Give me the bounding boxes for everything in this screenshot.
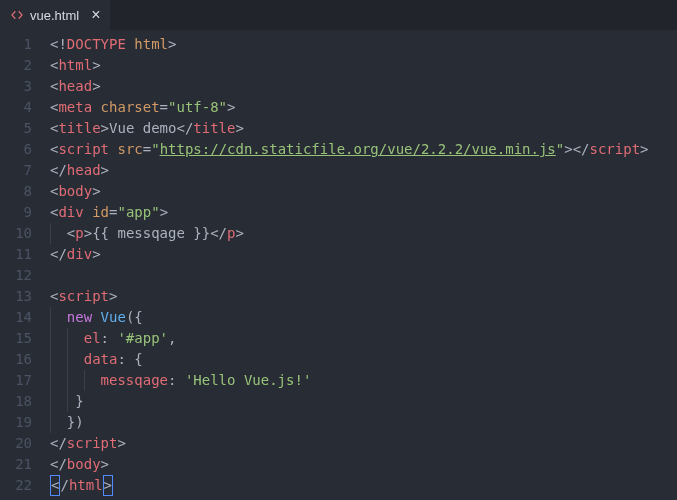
line-number: 11 bbox=[0, 244, 32, 265]
line-number: 19 bbox=[0, 412, 32, 433]
line-number: 3 bbox=[0, 76, 32, 97]
code-line[interactable]: data: { bbox=[50, 349, 677, 370]
close-icon[interactable]: × bbox=[91, 7, 100, 23]
code-line[interactable]: <p>{{ messqage }}</p> bbox=[50, 223, 677, 244]
code-line[interactable]: </head> bbox=[50, 160, 677, 181]
code-line[interactable]: </html> bbox=[50, 475, 677, 496]
code-line[interactable]: <script src="https://cdn.staticfile.org/… bbox=[50, 139, 677, 160]
line-number: 18 bbox=[0, 391, 32, 412]
line-number: 21 bbox=[0, 454, 32, 475]
line-number: 17 bbox=[0, 370, 32, 391]
code-line[interactable]: new Vue({ bbox=[50, 307, 677, 328]
code-line[interactable]: </div> bbox=[50, 244, 677, 265]
line-number: 6 bbox=[0, 139, 32, 160]
line-number: 12 bbox=[0, 265, 32, 286]
code-line[interactable]: </body> bbox=[50, 454, 677, 475]
line-number: 1 bbox=[0, 34, 32, 55]
code-area[interactable]: <!DOCTYPE html> <html> <head> <meta char… bbox=[50, 34, 677, 500]
editor[interactable]: 12345678910111213141516171819202122 <!DO… bbox=[0, 30, 677, 500]
code-line[interactable]: <!DOCTYPE html> bbox=[50, 34, 677, 55]
line-number: 20 bbox=[0, 433, 32, 454]
line-number: 22 bbox=[0, 475, 32, 496]
code-line[interactable]: <script> bbox=[50, 286, 677, 307]
code-line[interactable]: <div id="app"> bbox=[50, 202, 677, 223]
line-number: 14 bbox=[0, 307, 32, 328]
tab-active[interactable]: vue.html × bbox=[0, 0, 110, 30]
code-line[interactable]: }) bbox=[50, 412, 677, 433]
code-line[interactable]: } bbox=[50, 391, 677, 412]
code-line[interactable]: <head> bbox=[50, 76, 677, 97]
line-number: 15 bbox=[0, 328, 32, 349]
code-line[interactable]: el: '#app', bbox=[50, 328, 677, 349]
line-number: 5 bbox=[0, 118, 32, 139]
cursor: < bbox=[50, 475, 60, 496]
code-line[interactable]: <html> bbox=[50, 55, 677, 76]
line-number-gutter: 12345678910111213141516171819202122 bbox=[0, 34, 50, 500]
line-number: 2 bbox=[0, 55, 32, 76]
code-file-icon bbox=[10, 8, 24, 22]
line-number: 8 bbox=[0, 181, 32, 202]
tab-bar: vue.html × bbox=[0, 0, 677, 30]
line-number: 9 bbox=[0, 202, 32, 223]
line-number: 13 bbox=[0, 286, 32, 307]
line-number: 4 bbox=[0, 97, 32, 118]
code-line[interactable]: messqage: 'Hello Vue.js!' bbox=[50, 370, 677, 391]
tab-filename: vue.html bbox=[30, 8, 79, 23]
code-line[interactable]: </script> bbox=[50, 433, 677, 454]
code-line[interactable] bbox=[50, 265, 677, 286]
line-number: 10 bbox=[0, 223, 32, 244]
line-number: 7 bbox=[0, 160, 32, 181]
code-line[interactable]: <title>Vue demo</title> bbox=[50, 118, 677, 139]
code-line[interactable]: <meta charset="utf-8"> bbox=[50, 97, 677, 118]
line-number: 16 bbox=[0, 349, 32, 370]
bracket-match: > bbox=[103, 475, 113, 496]
code-line[interactable]: <body> bbox=[50, 181, 677, 202]
